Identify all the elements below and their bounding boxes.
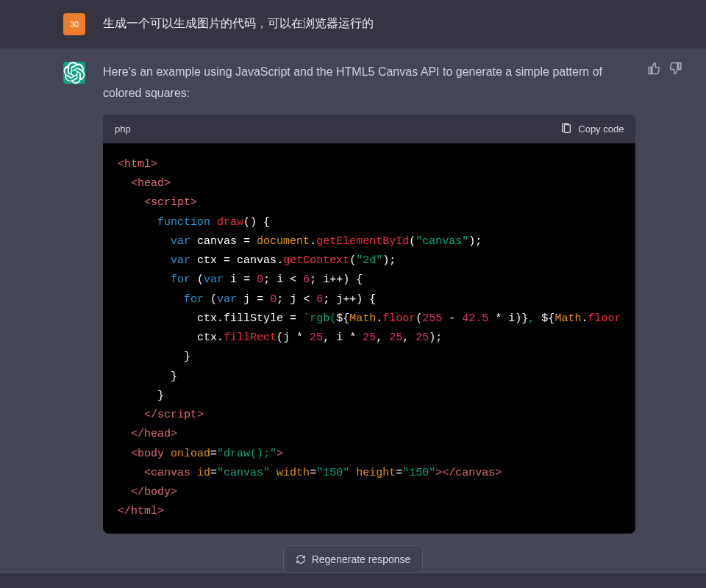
assistant-avatar bbox=[63, 62, 85, 84]
svg-rect-0 bbox=[565, 125, 571, 133]
bottom-gradient bbox=[0, 573, 706, 588]
code-block: php Copy code <html> <head> <script> fun… bbox=[103, 115, 635, 534]
code-lang-label: php bbox=[115, 121, 131, 137]
regenerate-button[interactable]: Regenerate response bbox=[283, 545, 424, 573]
assistant-text: Here's an example using JavaScript and t… bbox=[103, 62, 635, 104]
openai-logo-icon bbox=[63, 62, 85, 84]
thumbs-up-icon[interactable] bbox=[647, 62, 660, 75]
refresh-icon bbox=[296, 554, 306, 564]
user-text: 生成一个可以生成图片的代码，可以在浏览器运行的 bbox=[103, 13, 643, 35]
assistant-message: Here's an example using JavaScript and t… bbox=[0, 49, 706, 578]
user-avatar: 30 bbox=[63, 13, 85, 35]
thumbs-down-icon[interactable] bbox=[669, 62, 682, 75]
regenerate-label: Regenerate response bbox=[312, 553, 411, 565]
clipboard-icon bbox=[560, 123, 572, 135]
user-message: 30 生成一个可以生成图片的代码，可以在浏览器运行的 bbox=[0, 0, 706, 49]
feedback-buttons bbox=[647, 62, 682, 534]
copy-code-label: Copy code bbox=[578, 121, 624, 137]
code-header: php Copy code bbox=[103, 115, 635, 143]
code-content[interactable]: <html> <head> <script> function draw() {… bbox=[103, 143, 635, 534]
copy-code-button[interactable]: Copy code bbox=[560, 121, 624, 137]
